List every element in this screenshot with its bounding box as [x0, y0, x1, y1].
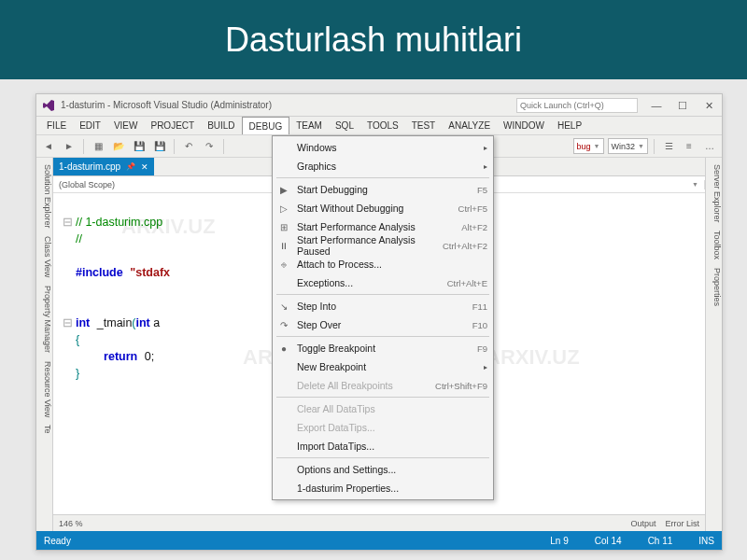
- error-list-tab[interactable]: Error List: [665, 519, 699, 528]
- menu-item-icon: ⎆: [276, 259, 291, 270]
- close-tab-icon[interactable]: ✕: [141, 162, 148, 172]
- menu-item-label: New Breakpoint: [297, 361, 366, 372]
- debug-menu-item[interactable]: Windows▸: [273, 138, 493, 157]
- menu-item-label: Windows: [297, 142, 337, 153]
- menu-item-label: Toggle Breakpoint: [297, 343, 375, 354]
- menu-bar: FILE EDIT VIEW PROJECT BUILD DEBUG TEAM …: [36, 117, 722, 135]
- menu-item-shortcut: F5: [477, 185, 487, 195]
- zoom-level[interactable]: 146 %: [59, 519, 83, 528]
- sidebar-server-explorer[interactable]: Server Explorer: [712, 164, 722, 223]
- platform-combo[interactable]: Win32▼: [608, 138, 648, 154]
- sidebar-properties[interactable]: Properties: [712, 268, 722, 306]
- menu-item-label: Graphics: [297, 161, 336, 172]
- submenu-arrow-icon: ▸: [484, 162, 487, 171]
- config-combo[interactable]: bug▼: [573, 138, 604, 154]
- debug-menu-item[interactable]: 1-dasturim Properties...: [273, 479, 493, 497]
- chevron-down-icon: ▼: [594, 143, 600, 149]
- menu-sql[interactable]: SQL: [329, 117, 360, 134]
- left-side-strip[interactable]: Solution Explorer Class View Property Ma…: [36, 158, 53, 531]
- chevron-down-icon: ▼: [638, 143, 644, 149]
- file-tab-active[interactable]: 1-dasturim.cpp 📌 ✕: [53, 158, 154, 175]
- debug-menu-item[interactable]: ⏸Start Performance Analysis PausedCtrl+A…: [273, 236, 493, 255]
- close-icon[interactable]: ✕: [696, 96, 722, 115]
- status-bar: Ready Ln 9 Col 14 Ch 11 INS: [36, 531, 722, 550]
- debug-menu-item[interactable]: Options and Settings...: [273, 460, 493, 479]
- sidebar-team-explorer[interactable]: Te: [43, 425, 52, 434]
- menu-window[interactable]: WINDOW: [497, 117, 551, 134]
- debug-menu-item[interactable]: ⊞Start Performance AnalysisAlt+F2: [273, 217, 493, 236]
- quick-launch-input[interactable]: [516, 98, 638, 113]
- bottom-tab-row: 146 % Output Error List: [53, 514, 705, 531]
- menu-item-label: Start Performance Analysis Paused: [297, 234, 443, 257]
- menu-item-label: Clear All DataTips: [297, 403, 375, 414]
- menu-item-label: Step Over: [297, 319, 341, 330]
- menu-item-label: Start Without Debugging: [297, 203, 403, 214]
- sidebar-toolbox[interactable]: Toolbox: [712, 231, 722, 259]
- menu-file[interactable]: FILE: [40, 117, 73, 134]
- comment-icon[interactable]: ≡: [681, 138, 698, 155]
- menu-debug[interactable]: DEBUG: [242, 117, 290, 134]
- debug-menu-item: Clear All DataTips: [273, 399, 493, 418]
- visual-studio-window: 1-dasturim - Microsoft Visual Studio (Ad…: [35, 93, 723, 551]
- sidebar-property-manager[interactable]: Property Manager: [43, 286, 52, 353]
- debug-menu-item[interactable]: ⎆Attach to Process...: [273, 255, 493, 273]
- nav-fwd-icon[interactable]: ►: [61, 138, 78, 155]
- menu-item-label: Attach to Process...: [297, 259, 382, 270]
- open-icon[interactable]: 📂: [110, 138, 127, 155]
- menu-edit[interactable]: EDIT: [73, 117, 107, 134]
- debug-menu-item[interactable]: ▷Start Without DebuggingCtrl+F5: [273, 199, 493, 217]
- right-side-strip[interactable]: Server Explorer Toolbox Properties: [705, 158, 722, 531]
- menu-item-shortcut: Ctrl+Alt+E: [447, 278, 487, 288]
- status-char: Ch 11: [648, 536, 673, 546]
- menu-item-shortcut: Ctrl+Shift+F9: [435, 381, 487, 391]
- debug-menu-item[interactable]: ▶Start DebuggingF5: [273, 180, 493, 199]
- menu-team[interactable]: TEAM: [289, 117, 329, 134]
- output-tab[interactable]: Output: [630, 519, 655, 528]
- save-icon[interactable]: 💾: [131, 138, 148, 155]
- minimize-icon[interactable]: —: [643, 96, 669, 115]
- fold-icon[interactable]: ⊟: [59, 315, 76, 331]
- debug-menu-item[interactable]: ●Toggle BreakpointF9: [273, 339, 493, 357]
- maximize-icon[interactable]: ☐: [669, 96, 696, 115]
- debug-menu-item[interactable]: Import DataTips...: [273, 437, 493, 455]
- undo-icon[interactable]: ↶: [180, 138, 197, 155]
- window-title: 1-dasturim - Microsoft Visual Studio (Ad…: [61, 100, 272, 110]
- debug-menu-item[interactable]: ↷Step OverF10: [273, 315, 493, 334]
- menu-item-label: 1-dasturim Properties...: [297, 483, 399, 494]
- more-icon[interactable]: …: [701, 138, 718, 155]
- sidebar-resource-view[interactable]: Resource View: [43, 361, 52, 417]
- menu-item-shortcut: F11: [472, 301, 487, 312]
- menu-build[interactable]: BUILD: [201, 117, 241, 134]
- redo-icon[interactable]: ↷: [201, 138, 218, 155]
- submenu-arrow-icon: ▸: [484, 363, 487, 371]
- menu-item-shortcut: F10: [472, 320, 487, 330]
- file-tab-label: 1-dasturim.cpp: [59, 161, 120, 172]
- debug-menu-item[interactable]: ↘Step IntoF11: [273, 297, 493, 315]
- menu-item-icon: ●: [276, 343, 291, 354]
- debug-menu-item[interactable]: New Breakpoint▸: [273, 357, 493, 376]
- fold-icon[interactable]: ⊟: [59, 214, 76, 231]
- menu-item-icon: ▶: [276, 185, 291, 195]
- pin-icon[interactable]: 📌: [126, 162, 135, 171]
- menu-item-icon: ↷: [276, 320, 291, 330]
- sidebar-class-view[interactable]: Class View: [43, 236, 52, 277]
- submenu-arrow-icon: ▸: [484, 144, 487, 152]
- new-project-icon[interactable]: ▦: [90, 138, 106, 155]
- menu-test[interactable]: TEST: [405, 117, 443, 134]
- find-icon[interactable]: ☰: [660, 138, 677, 155]
- nav-back-icon[interactable]: ◄: [40, 138, 57, 155]
- sidebar-solution-explorer[interactable]: Solution Explorer: [43, 164, 52, 229]
- debug-menu-item[interactable]: Graphics▸: [273, 157, 493, 175]
- title-bar: 1-dasturim - Microsoft Visual Studio (Ad…: [36, 94, 722, 117]
- vs-logo-icon: [40, 97, 57, 114]
- menu-view[interactable]: VIEW: [107, 117, 145, 134]
- menu-project[interactable]: PROJECT: [144, 117, 201, 134]
- save-all-icon[interactable]: 💾: [151, 138, 168, 155]
- menu-tools[interactable]: TOOLS: [360, 117, 405, 134]
- debug-menu-item[interactable]: Exceptions...Ctrl+Alt+E: [273, 273, 493, 292]
- menu-item-shortcut: Ctrl+Alt+F2: [443, 241, 487, 251]
- menu-analyze[interactable]: ANALYZE: [442, 117, 497, 134]
- menu-help[interactable]: HELP: [551, 117, 588, 134]
- menu-item-icon: ↘: [276, 301, 291, 312]
- debug-menu-item: Delete All BreakpointsCtrl+Shift+F9: [273, 376, 493, 395]
